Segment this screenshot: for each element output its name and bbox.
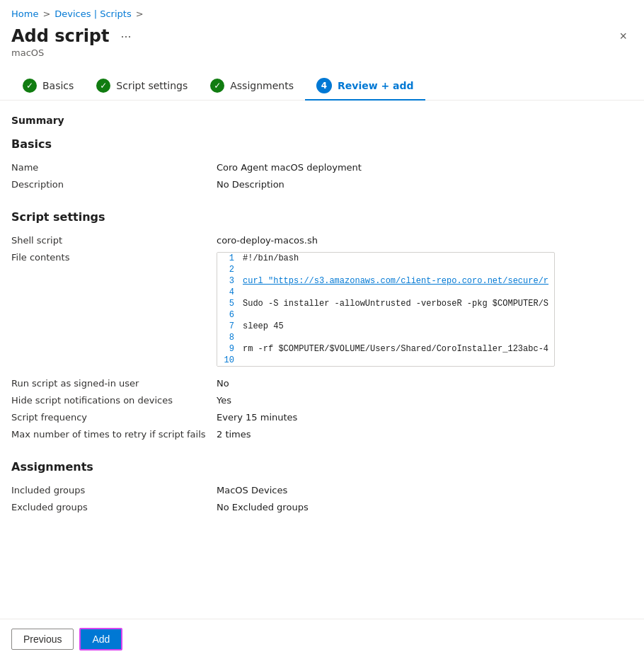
- excluded-groups-row: Excluded groups No Excluded groups: [11, 499, 633, 516]
- script-frequency-row: Script frequency Every 15 minutes: [11, 409, 633, 426]
- tab-basics-label: Basics: [42, 80, 74, 91]
- code-line: 2: [217, 264, 554, 275]
- footer: Previous Add: [0, 619, 644, 659]
- line-number: 3: [217, 275, 243, 287]
- script-frequency-label: Script frequency: [11, 412, 217, 423]
- code-viewer[interactable]: 1#!/bin/bash23curl "https://s3.amazonaws…: [217, 252, 555, 367]
- script-frequency-value: Every 15 minutes: [217, 412, 297, 423]
- code-line: 6: [217, 309, 554, 321]
- line-number: 4: [217, 287, 243, 298]
- line-code: [243, 361, 248, 362]
- shell-script-row: Shell script coro-deploy-macos.sh: [11, 232, 633, 249]
- run-script-label: Run script as signed-in user: [11, 378, 217, 389]
- line-number: 10: [217, 355, 243, 366]
- line-code: Sudo -S installer -allowUntrusted -verbo…: [243, 298, 554, 309]
- basics-description-row: Description No Description: [11, 176, 633, 193]
- basics-name-row: Name Coro Agent macOS deployment: [11, 159, 633, 176]
- excluded-groups-value: No Excluded groups: [217, 502, 309, 512]
- shell-script-value: coro-deploy-macos.sh: [217, 235, 318, 246]
- excluded-groups-label: Excluded groups: [11, 502, 217, 512]
- file-contents-row: File contents 1#!/bin/bash23curl "https:…: [11, 249, 633, 369]
- assignments-section: Assignments Included groups MacOS Device…: [11, 460, 633, 516]
- tab-assignments-label: Assignments: [230, 80, 294, 91]
- line-code: sleep 45: [243, 321, 289, 332]
- line-code: [243, 338, 248, 340]
- line-code: rm -rf $COMPUTER/$VOLUME/Users/Shared/Co…: [243, 343, 554, 355]
- basics-name-value: Coro Agent macOS deployment: [217, 162, 362, 173]
- code-line: 9rm -rf $COMPUTER/$VOLUME/Users/Shared/C…: [217, 343, 554, 355]
- line-number: 9: [217, 343, 243, 355]
- included-groups-row: Included groups MacOS Devices: [11, 482, 633, 499]
- run-script-row: Run script as signed-in user No: [11, 375, 633, 392]
- tab-basics[interactable]: ✓ Basics: [11, 73, 85, 100]
- assignments-section-title: Assignments: [11, 460, 633, 474]
- basics-section-title: Basics: [11, 137, 633, 151]
- page-subtitle: macOS: [11, 47, 633, 58]
- previous-button[interactable]: Previous: [11, 629, 74, 650]
- code-line: 7sleep 45: [217, 321, 554, 332]
- tab-script-settings[interactable]: ✓ Script settings: [85, 73, 199, 100]
- line-number: 2: [217, 264, 243, 275]
- script-settings-check-icon: ✓: [96, 79, 110, 93]
- script-settings-section-title: Script settings: [11, 210, 633, 224]
- tab-review-add[interactable]: 4 Review + add: [305, 72, 425, 101]
- line-number: 8: [217, 332, 243, 343]
- review-add-num-icon: 4: [316, 78, 332, 93]
- run-script-value: No: [217, 378, 229, 389]
- code-line: 8: [217, 332, 554, 343]
- breadcrumb-home[interactable]: Home: [11, 8, 38, 19]
- basics-section: Basics Name Coro Agent macOS deployment …: [11, 137, 633, 193]
- line-code: [243, 316, 248, 317]
- line-number: 5: [217, 298, 243, 309]
- code-line: 3curl "https://s3.amazonaws.com/client-r…: [217, 275, 554, 287]
- max-retry-label: Max number of times to retry if script f…: [11, 429, 217, 440]
- code-line: 10: [217, 355, 554, 366]
- code-line: 1#!/bin/bash: [217, 253, 554, 264]
- more-options-button[interactable]: ···: [117, 28, 136, 45]
- included-groups-value: MacOS Devices: [217, 485, 287, 495]
- basics-description-value: No Description: [217, 179, 284, 190]
- close-button[interactable]: ×: [614, 26, 633, 47]
- file-contents-label: File contents: [11, 252, 217, 263]
- basics-name-label: Name: [11, 162, 217, 173]
- line-number: 6: [217, 309, 243, 321]
- hide-notifications-value: Yes: [217, 395, 231, 406]
- tab-script-settings-label: Script settings: [116, 80, 188, 91]
- basics-check-icon: ✓: [23, 79, 37, 93]
- content-area: Summary Basics Name Coro Agent macOS dep…: [0, 101, 644, 590]
- tab-assignments[interactable]: ✓ Assignments: [199, 73, 305, 100]
- shell-script-label: Shell script: [11, 235, 217, 246]
- included-groups-label: Included groups: [11, 485, 217, 495]
- line-number: 7: [217, 321, 243, 332]
- page-title: Add script: [11, 26, 110, 46]
- basics-description-label: Description: [11, 179, 217, 190]
- line-code: curl "https://s3.amazonaws.com/client-re…: [243, 275, 554, 287]
- tab-review-add-label: Review + add: [338, 80, 414, 91]
- hide-notifications-row: Hide script notifications on devices Yes: [11, 392, 633, 409]
- line-code: [243, 293, 248, 294]
- line-code: [243, 270, 248, 272]
- max-retry-row: Max number of times to retry if script f…: [11, 426, 633, 443]
- max-retry-value: 2 times: [217, 429, 251, 440]
- breadcrumb: Home > Devices | Scripts >: [0, 0, 644, 23]
- line-code: #!/bin/bash: [243, 253, 304, 264]
- breadcrumb-devices-scripts[interactable]: Devices | Scripts: [54, 8, 131, 19]
- summary-header: Summary: [11, 115, 633, 126]
- code-line: 4: [217, 287, 554, 298]
- assignments-check-icon: ✓: [210, 79, 224, 93]
- code-line: 5Sudo -S installer -allowUntrusted -verb…: [217, 298, 554, 309]
- breadcrumb-sep2: >: [136, 8, 144, 19]
- line-number: 1: [217, 253, 243, 264]
- tabs-container: ✓ Basics ✓ Script settings ✓ Assignments…: [0, 64, 644, 101]
- hide-notifications-label: Hide script notifications on devices: [11, 395, 217, 406]
- add-button[interactable]: Add: [79, 628, 122, 651]
- script-settings-section: Script settings Shell script coro-deploy…: [11, 210, 633, 443]
- page-header: Add script ··· macOS ×: [0, 23, 644, 64]
- breadcrumb-sep1: >: [42, 8, 50, 19]
